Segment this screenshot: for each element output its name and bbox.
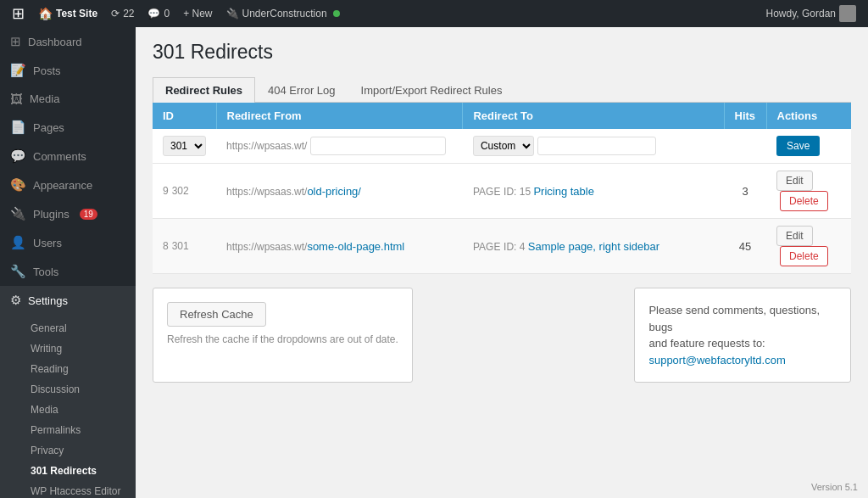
- sidebar-item-label: Dashboard: [28, 36, 82, 48]
- col-header-redirect-to: Redirect To: [463, 103, 724, 129]
- adminbar-comments[interactable]: 💬 0: [142, 0, 175, 27]
- sidebar-item-appearance[interactable]: 🎨 Appearance: [0, 171, 136, 199]
- sidebar-item-label: Settings: [28, 294, 68, 307]
- refresh-cache-button[interactable]: Refresh Cache: [167, 302, 266, 327]
- adminbar-plugin[interactable]: 🔌 UnderConstruction: [221, 0, 345, 27]
- adminbar-site-name[interactable]: 🏠 Test Site: [33, 0, 103, 27]
- row-code: 302: [172, 185, 189, 197]
- sidebar-sub-general[interactable]: General: [20, 318, 136, 339]
- row-hits: 3: [724, 164, 766, 219]
- to-type: PAGE: [473, 186, 500, 198]
- redirect-to-url-input[interactable]: https://wpsaas.wt: [537, 137, 656, 155]
- support-email-link[interactable]: support@webfactoryltd.com: [648, 354, 785, 367]
- to-type: PAGE: [473, 241, 500, 253]
- row-marker: 8: [163, 240, 169, 252]
- to-label-link[interactable]: Sample page, right sidebar: [528, 240, 659, 253]
- users-icon: 👤: [10, 235, 26, 250]
- sidebar-sub-media[interactable]: Media: [20, 400, 136, 420]
- edit-button[interactable]: Edit: [776, 171, 813, 191]
- plugin-status-dot: [333, 10, 340, 17]
- sidebar-sub-reading[interactable]: Reading: [20, 359, 136, 379]
- page-title: 301 Redirects: [153, 41, 851, 64]
- sidebar-sub-privacy[interactable]: Privacy: [20, 440, 136, 461]
- delete-button[interactable]: Delete: [780, 246, 828, 266]
- refresh-cache-description: Refresh the cache if the dropdowns are o…: [167, 333, 398, 345]
- adminbar-wp-logo[interactable]: ⊞: [7, 0, 30, 27]
- posts-icon: 📝: [10, 63, 26, 78]
- row-actions: EditDelete: [766, 164, 851, 219]
- sidebar-sub-redirects[interactable]: 301 Redirects: [20, 461, 136, 481]
- settings-submenu: General Writing Reading Discussion Media…: [0, 315, 136, 498]
- sidebar-sub-htaccess[interactable]: WP Htaccess Editor: [20, 481, 136, 498]
- sidebar-item-label: Appearance: [33, 179, 92, 192]
- save-redirect-button[interactable]: Save: [776, 136, 820, 156]
- tab-redirect-rules[interactable]: Redirect Rules: [153, 77, 255, 103]
- sidebar: ⊞ Dashboard 📝 Posts 🖼 Media 📄 Pages 💬 Co…: [0, 27, 136, 498]
- col-header-actions: Actions: [766, 103, 851, 129]
- sidebar-sub-permalinks[interactable]: Permalinks: [20, 420, 136, 440]
- row-marker: 9: [163, 185, 169, 197]
- from-path-link[interactable]: old-pricing/: [307, 185, 361, 198]
- col-header-redirect-from: Redirect From: [216, 103, 463, 129]
- sidebar-item-media[interactable]: 🖼 Media: [0, 85, 136, 113]
- from-base: https://wpsaas.wt/: [226, 241, 307, 253]
- comments-icon: 💬: [10, 148, 26, 164]
- to-id: ID: 4: [504, 241, 528, 253]
- sidebar-item-settings[interactable]: ⚙ Settings: [0, 286, 136, 315]
- media-icon: 🖼: [10, 92, 23, 106]
- from-prefix: https://wpsaas.wt/: [226, 140, 307, 152]
- row-actions: EditDelete: [766, 219, 851, 274]
- support-text: Please send comments, questions, bugsand…: [648, 302, 837, 368]
- adminbar-new[interactable]: + New: [178, 0, 217, 27]
- sidebar-item-users[interactable]: 👤 Users: [0, 228, 136, 257]
- add-row-from-cell: https://wpsaas.wt/: [216, 129, 463, 164]
- sidebar-sub-writing[interactable]: Writing: [20, 339, 136, 359]
- tab-404-error-log[interactable]: 404 Error Log: [255, 77, 348, 103]
- delete-button[interactable]: Delete: [780, 191, 828, 211]
- row-from-cell: https://wpsaas.wt/some-old-page.html: [216, 219, 463, 274]
- redirect-code-select[interactable]: 301 302: [163, 136, 206, 156]
- sidebar-item-comments[interactable]: 💬 Comments: [0, 142, 136, 171]
- bottom-row: Refresh Cache Refresh the cache if the d…: [153, 288, 851, 383]
- support-box: Please send comments, questions, bugsand…: [634, 288, 851, 383]
- sidebar-item-label: Posts: [33, 64, 61, 77]
- col-header-id: ID: [153, 103, 216, 129]
- adminbar-updates[interactable]: ⟳ 22: [106, 0, 139, 27]
- sidebar-item-label: Users: [33, 237, 62, 249]
- add-row-to-cell: Custom PAGE POST https://wpsaas.wt: [463, 129, 724, 164]
- from-path-link[interactable]: some-old-page.html: [307, 240, 404, 253]
- tools-icon: 🔧: [10, 264, 26, 279]
- sidebar-item-pages[interactable]: 📄 Pages: [0, 113, 136, 142]
- table-row: 9 302 https://wpsaas.wt/old-pricing/ PAG…: [153, 164, 851, 219]
- plugins-icon: 🔌: [10, 206, 26, 221]
- from-path-input[interactable]: [310, 137, 446, 155]
- admin-bar: ⊞ 🏠 Test Site ⟳ 22 💬 0 + New 🔌 UnderCons…: [0, 0, 868, 27]
- sidebar-item-dashboard[interactable]: ⊞ Dashboard: [0, 27, 136, 56]
- add-row-id-cell: 301 302: [153, 129, 216, 164]
- sidebar-item-posts[interactable]: 📝 Posts: [0, 56, 136, 85]
- edit-button[interactable]: Edit: [776, 226, 813, 246]
- version-text: Version 5.1: [811, 480, 858, 493]
- row-to-cell: PAGE ID: 15 Pricing table: [463, 164, 724, 219]
- sidebar-item-plugins[interactable]: 🔌 Plugins 19: [0, 199, 136, 228]
- add-redirect-row: 301 302 https://wpsaas.wt/: [153, 129, 851, 164]
- refresh-cache-box: Refresh Cache Refresh the cache if the d…: [153, 288, 413, 383]
- nav-tabs: Redirect Rules 404 Error Log Import/Expo…: [153, 77, 851, 103]
- to-label-link[interactable]: Pricing table: [533, 185, 594, 198]
- sidebar-item-label: Media: [30, 92, 59, 105]
- tab-import-export[interactable]: Import/Export Redirect Rules: [348, 77, 515, 103]
- main-content: 301 Redirects Redirect Rules 404 Error L…: [136, 27, 868, 498]
- col-header-hits: Hits: [724, 103, 766, 129]
- sidebar-item-label: Plugins: [33, 208, 70, 221]
- sidebar-item-label: Tools: [33, 266, 58, 278]
- plugins-badge: 19: [80, 209, 97, 220]
- from-base: https://wpsaas.wt/: [226, 186, 307, 198]
- sidebar-item-tools[interactable]: 🔧 Tools: [0, 257, 136, 286]
- settings-icon: ⚙: [10, 293, 21, 308]
- redirect-to-type-select[interactable]: Custom PAGE POST: [473, 136, 534, 156]
- adminbar-howdy[interactable]: Howdy, Gordan: [761, 0, 861, 27]
- sidebar-item-label: Pages: [33, 121, 64, 134]
- adminbar-avatar: [839, 5, 856, 22]
- sidebar-sub-discussion[interactable]: Discussion: [20, 379, 136, 400]
- row-to-cell: PAGE ID: 4 Sample page, right sidebar: [463, 219, 724, 274]
